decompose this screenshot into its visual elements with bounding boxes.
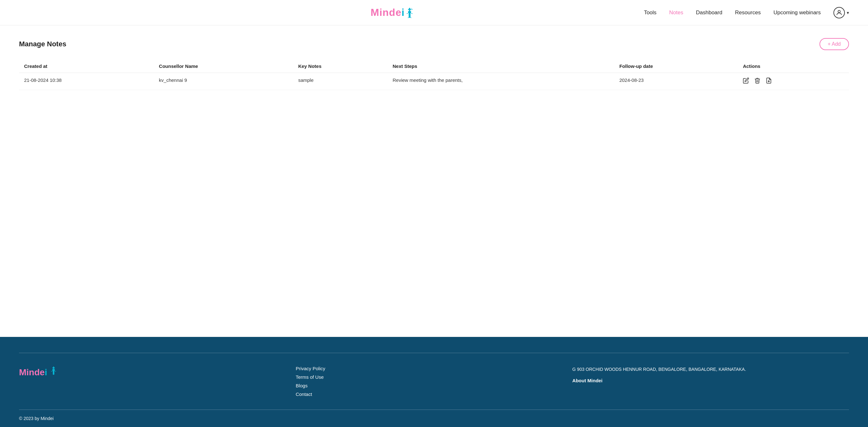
footer-bottom-divider: © 2023 by Mindei <box>19 409 849 427</box>
footer-logo: Mindei <box>19 366 296 377</box>
svg-marker-3 <box>408 7 411 10</box>
download-icon[interactable] <box>766 77 772 85</box>
copyright: © 2023 by Mindei <box>19 416 54 421</box>
about-mindei[interactable]: About Mindei <box>572 378 849 383</box>
logo-i: i <box>401 7 405 18</box>
action-icons <box>743 77 844 85</box>
col-actions: Actions <box>738 60 849 73</box>
footer-content: Mindei Privacy Policy Terms of Use Blogs <box>19 366 849 409</box>
svg-rect-12 <box>53 368 54 370</box>
header: Mindei Tools Notes Dashboard Resources U… <box>0 0 868 25</box>
notes-table: Created at Counsellor Name Key Notes Nex… <box>19 60 849 90</box>
col-key-notes: Key Notes <box>293 60 388 73</box>
cell-created-at: 21-08-2024 10:38 <box>19 73 154 90</box>
nav-resources[interactable]: Resources <box>735 9 761 16</box>
cell-actions <box>738 73 849 90</box>
user-menu[interactable]: ▾ <box>833 7 849 19</box>
edit-icon[interactable] <box>743 77 749 85</box>
svg-rect-10 <box>53 370 55 375</box>
footer-logo-i: i <box>45 367 47 377</box>
page-title: Manage Notes <box>19 40 66 48</box>
logo-minde: Minde <box>371 7 401 18</box>
footer-address: G 903 ORCHID WOODS HENNUR ROAD, BENGALOR… <box>572 366 849 373</box>
nav-upcoming-webinars[interactable]: Upcoming webinars <box>774 9 821 16</box>
footer-address-col: G 903 ORCHID WOODS HENNUR ROAD, BENGALOR… <box>572 366 849 383</box>
delete-icon[interactable] <box>754 77 761 85</box>
main-nav: Tools Notes Dashboard Resources Upcoming… <box>644 7 849 19</box>
col-followup-date: Follow-up date <box>614 60 738 73</box>
footer-logo-col: Mindei <box>19 366 296 377</box>
nav-dashboard[interactable]: Dashboard <box>696 9 722 16</box>
page-header: Manage Notes + Add <box>19 38 849 50</box>
logo: Mindei <box>371 7 414 19</box>
footer-link-blogs[interactable]: Blogs <box>296 383 308 388</box>
footer-links: Privacy Policy Terms of Use Blogs Contac… <box>296 366 572 397</box>
nav-tools[interactable]: Tools <box>644 9 656 16</box>
nav-notes[interactable]: Notes <box>669 9 683 16</box>
svg-marker-13 <box>52 366 55 368</box>
cell-key-notes: sample <box>293 73 388 90</box>
svg-point-8 <box>838 10 840 12</box>
footer-logo-minde: Minde <box>19 367 45 377</box>
user-avatar-icon <box>833 7 845 19</box>
cell-counsellor-name: kv_chennai 9 <box>154 73 293 90</box>
chevron-down-icon: ▾ <box>847 10 849 15</box>
footer-lighthouse-icon <box>50 370 57 376</box>
col-created-at: Created at <box>19 60 154 73</box>
lighthouse-icon <box>405 7 414 19</box>
footer-link-terms-of-use[interactable]: Terms of Use <box>296 374 324 380</box>
footer-top-divider <box>19 353 849 353</box>
svg-point-7 <box>411 8 412 9</box>
footer-link-privacy-policy[interactable]: Privacy Policy <box>296 366 325 371</box>
footer-link-contact[interactable]: Contact <box>296 392 312 397</box>
table-row: 21-08-2024 10:38 kv_chennai 9 sample Rev… <box>19 73 849 90</box>
add-button[interactable]: + Add <box>819 38 849 50</box>
svg-rect-2 <box>409 10 410 11</box>
main-content: Manage Notes + Add Created at Counsellor… <box>0 25 868 337</box>
col-next-steps: Next Steps <box>388 60 614 73</box>
footer: Mindei Privacy Policy Terms of Use Blogs <box>0 337 868 427</box>
col-counsellor-name: Counsellor Name <box>154 60 293 73</box>
svg-point-6 <box>411 8 413 10</box>
cell-next-steps: Review meeting with the parents, <box>388 73 614 90</box>
table-header-row: Created at Counsellor Name Key Notes Nex… <box>19 60 849 73</box>
svg-rect-0 <box>409 12 410 18</box>
cell-followup-date: 2024-08-23 <box>614 73 738 90</box>
